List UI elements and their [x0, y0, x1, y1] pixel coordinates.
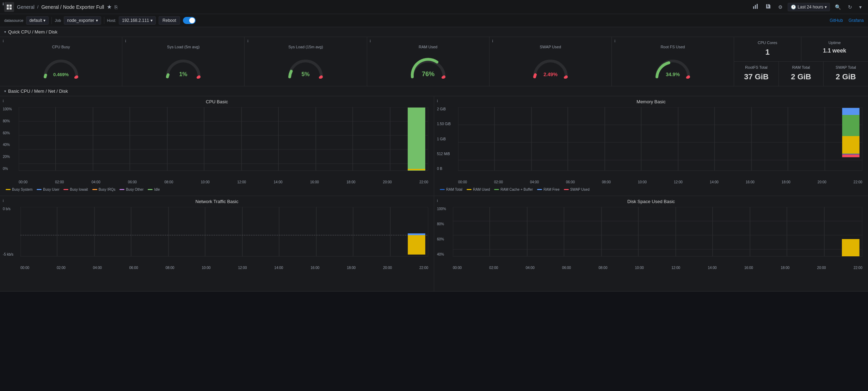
disk-x-axis: 00:00 02:00 04:00 06:00 08:00 10:00 12:0…	[453, 266, 862, 270]
sys-load-15m-info[interactable]: i	[247, 39, 248, 43]
datasource-select[interactable]: default ▾	[26, 16, 49, 25]
network-chart-area: 0 b/s -5 kb/s 00:00 02:00 04:00 06:00 08…	[20, 207, 428, 263]
ram-used-panel: i RAM Used 76%	[367, 37, 490, 86]
rootfs-gauge-svg: 34.9%	[653, 56, 692, 79]
chart-row-1: i CPU Basic	[0, 96, 868, 196]
uptime-cell: i Uptime 1.1 week	[801, 37, 868, 61]
basic-section-header[interactable]: ▾ Basic CPU / Mem / Net / Disk	[0, 86, 868, 96]
github-link[interactable]: GitHub	[830, 18, 843, 23]
idle-color	[148, 189, 153, 190]
datasource-value: default	[29, 18, 42, 23]
swap-used-info[interactable]: i	[492, 39, 493, 43]
grid-icon[interactable]	[4, 2, 14, 12]
toolbar-divider-2	[104, 17, 104, 24]
svg-rect-3	[10, 7, 12, 10]
swap-used-color	[564, 189, 569, 190]
ram-used-title: RAM Used	[370, 45, 486, 49]
search-button[interactable]: 🔍	[833, 3, 843, 11]
legend-ram-used: RAM Used	[467, 188, 490, 191]
svg-text:2.49%: 2.49%	[543, 72, 558, 77]
busy-system-color	[6, 189, 11, 190]
disk-chart-area: 100% 80% 60% 40% 00:00 02:00 04:00 06:00…	[453, 207, 862, 263]
rootfs-total-title: RootFS Total	[738, 65, 775, 69]
refresh-options-button[interactable]: ▾	[857, 3, 864, 11]
swap-used-gauge-svg: 2.49%	[531, 56, 570, 79]
basic-section-title: Basic CPU / Mem / Net / Disk	[8, 88, 68, 94]
rootfs-info[interactable]: i	[615, 39, 615, 43]
host-select[interactable]: 192.168.2.111 ▾	[119, 16, 156, 25]
quick-section-header[interactable]: ▾ Quick CPU / Mem / Disk	[0, 27, 868, 37]
share-button[interactable]: ⎘	[115, 4, 117, 10]
svg-rect-5	[755, 5, 756, 9]
memory-basic-info[interactable]: i	[437, 99, 438, 103]
swap-used-legend-label: SWAP Used	[570, 188, 590, 191]
cpu-basic-panel: i CPU Basic	[0, 96, 434, 196]
sys-load-5m-panel: i Sys Load (5m avg) 1%	[122, 37, 245, 86]
busy-irqs-color	[92, 189, 97, 190]
cpu-legend: Busy System Busy User Busy Iowait Busy I…	[3, 186, 431, 193]
disk-svg	[453, 207, 862, 263]
chevron-down-icon: ▾	[825, 5, 827, 10]
legend-ram-cache: RAM Cache + Buffer	[494, 188, 533, 191]
sys-load-15m-gauge-svg: 5%	[286, 56, 325, 79]
disk-info[interactable]: i	[437, 199, 438, 203]
ram-used-gauge-svg: 76%	[409, 56, 448, 79]
reboot-button[interactable]: Reboot	[159, 16, 180, 25]
network-panel: i Network Traffic Basic	[0, 196, 434, 291]
time-picker[interactable]: 🕐 Last 24 hours ▾	[788, 3, 830, 11]
cpu-busy-gauge-svg: 0.469%	[42, 56, 80, 79]
settings-button[interactable]: ⚙	[776, 3, 785, 11]
svg-rect-0	[7, 5, 9, 7]
sys-load-5m-gauge: 1%	[164, 50, 203, 79]
cpu-basic-info[interactable]: i	[3, 99, 4, 103]
swap-used-gauge: 2.49%	[531, 50, 570, 79]
cpu-busy-info[interactable]: i	[3, 39, 4, 43]
memory-legend: RAM Total RAM Used RAM Cache + Buffer RA…	[437, 186, 865, 193]
chart-type-button[interactable]	[751, 2, 761, 12]
svg-text:5%: 5%	[302, 71, 310, 77]
reboot-toggle[interactable]	[183, 17, 196, 24]
svg-rect-52	[842, 136, 860, 154]
basic-collapse-icon: ▾	[4, 89, 6, 93]
host-value: 192.168.2.111	[122, 18, 149, 23]
sys-load-5m-info[interactable]: i	[125, 39, 126, 43]
busy-irqs-label: Busy IRQs	[99, 188, 116, 191]
svg-rect-54	[842, 154, 860, 157]
grafana-link[interactable]: Grafana	[849, 18, 864, 23]
memory-chart-area: 2 GiB 1.50 GiB 1 GiB 512 MiB 0 B 00:00 0…	[458, 107, 862, 178]
refresh-button[interactable]: ↻	[846, 3, 854, 11]
ram-cache-color	[494, 189, 499, 190]
legend-idle: Idle	[148, 188, 160, 191]
rootfs-title: Root FS Used	[615, 45, 731, 49]
rootfs-total-value: 37 GiB	[738, 72, 775, 81]
svg-rect-4	[753, 6, 754, 9]
cpu-basic-chart-area: 100% 80% 60% 40% 20% 0% 00:00 02:00 04:0…	[19, 107, 428, 178]
swap-used-title: SWAP Used	[492, 45, 609, 49]
ram-total-value: 2 GiB	[782, 72, 820, 81]
cpu-basic-title: CPU Basic	[3, 99, 431, 104]
save-button[interactable]	[763, 2, 773, 12]
ram-used-info[interactable]: i	[370, 39, 371, 43]
svg-text:76%: 76%	[422, 71, 435, 78]
legend-busy-system: Busy System	[6, 188, 32, 191]
collapse-icon: ▾	[4, 30, 6, 34]
sys-load-15m-gauge: 5%	[286, 50, 325, 79]
sys-load-5m-gauge-svg: 1%	[164, 56, 203, 79]
ram-cache-legend-label: RAM Cache + Buffer	[500, 188, 533, 191]
svg-text:34.9%: 34.9%	[666, 72, 680, 77]
net-x-axis: 00:00 02:00 04:00 06:00 08:00 10:00 12:0…	[20, 266, 428, 270]
legend-ram-total: RAM Total	[440, 188, 462, 191]
svg-rect-32	[408, 169, 425, 170]
svg-rect-6	[757, 4, 758, 9]
svg-rect-1	[10, 5, 12, 7]
star-button[interactable]: ★	[107, 4, 112, 10]
stat-row: i CPU Busy 0.469%	[0, 37, 868, 86]
rootfs-panel: i Root FS Used 34.9%	[612, 37, 734, 86]
legend-swap-used: SWAP Used	[564, 188, 590, 191]
quick-section-title: Quick CPU / Mem / Disk	[8, 29, 57, 35]
job-select[interactable]: node_exporter ▾	[64, 16, 101, 25]
sys-load-15m-panel: i Sys Load (15m avg) 5%	[245, 37, 367, 86]
network-info[interactable]: i	[3, 199, 4, 203]
ram-total-title: RAM Total	[782, 65, 820, 69]
job-label: Job	[55, 18, 61, 23]
